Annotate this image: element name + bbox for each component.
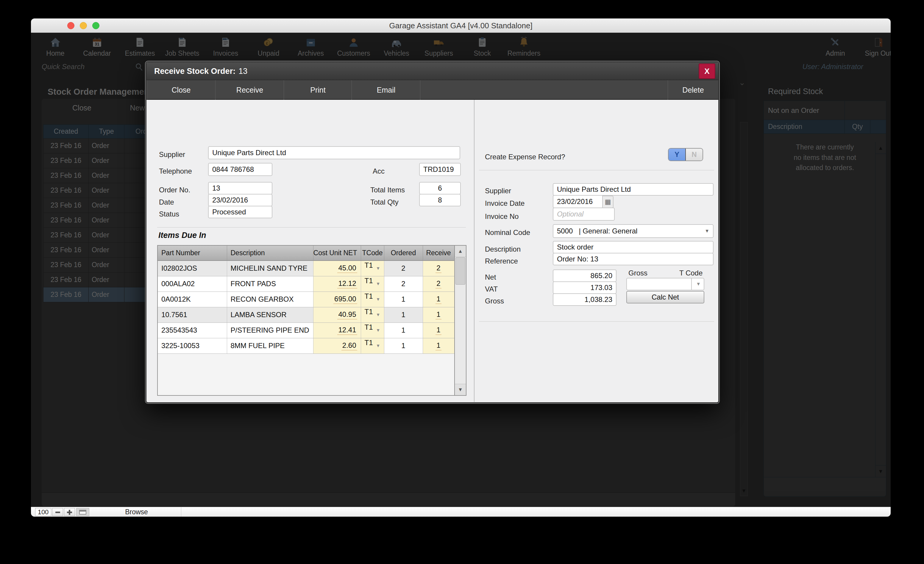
chevron-down-icon: ▼ bbox=[705, 229, 710, 234]
delete-button[interactable]: Delete bbox=[668, 80, 718, 100]
receive-field[interactable]: 2 bbox=[423, 260, 454, 276]
scroll-down-icon[interactable]: ▼ bbox=[455, 384, 466, 395]
order-no-label: Order No. bbox=[159, 186, 190, 194]
gross-field[interactable]: 1,038.23 bbox=[553, 293, 616, 306]
email-button[interactable]: Email bbox=[352, 80, 420, 100]
col-cost-unit-net[interactable]: Cost Unit NET bbox=[313, 246, 361, 260]
col-tcode[interactable]: TCode bbox=[361, 246, 384, 260]
pane-divider bbox=[474, 100, 474, 402]
layout-view-button[interactable] bbox=[76, 508, 89, 516]
window-title: Garage Assistant GA4 [v4.00 Standalone] bbox=[31, 18, 891, 33]
titlebar: Garage Assistant GA4 [v4.00 Standalone] bbox=[31, 18, 891, 33]
create-expense-label: Create Expense Record? bbox=[485, 153, 565, 161]
calendar-picker-icon[interactable]: ▦ bbox=[602, 196, 614, 208]
col-description[interactable]: Description bbox=[227, 246, 313, 260]
nominal-code-select[interactable]: 5000 | General: General ▼ bbox=[553, 224, 714, 238]
chevron-down-icon: ▼ bbox=[376, 338, 380, 353]
total-qty-label: Total Qty bbox=[370, 198, 399, 206]
create-expense-toggle[interactable]: Y N bbox=[668, 148, 703, 161]
screen: Garage Assistant GA4 [v4.00 Standalone] … bbox=[0, 0, 924, 564]
receive-field[interactable]: 2 bbox=[423, 276, 454, 292]
print-button[interactable]: Print bbox=[284, 80, 352, 100]
col-ordered[interactable]: Ordered bbox=[384, 246, 423, 260]
zoom-level-field[interactable]: 100 bbox=[35, 508, 51, 516]
receive-field[interactable]: 1 bbox=[423, 338, 454, 353]
plus-icon bbox=[67, 510, 72, 515]
close-button[interactable]: Close bbox=[147, 80, 216, 100]
col-receive[interactable]: Receive bbox=[423, 246, 454, 260]
cost-field[interactable]: 45.00 bbox=[313, 260, 361, 276]
item-row: 000ALA02 FRONT PADS 12.12 T1▼ 2 2 bbox=[158, 276, 454, 292]
order-no-field[interactable]: 13 bbox=[208, 182, 272, 194]
zoom-out-button[interactable] bbox=[52, 508, 63, 516]
tcode-select[interactable]: T1▼ bbox=[361, 260, 384, 276]
cost-field[interactable]: 40.95 bbox=[313, 307, 361, 322]
invoice-no-field[interactable]: Optional bbox=[553, 208, 615, 221]
reference-field[interactable]: Order No: 13 bbox=[553, 253, 714, 265]
acc-field[interactable]: TRD1019 bbox=[419, 163, 461, 176]
zoom-in-button[interactable] bbox=[64, 508, 75, 516]
item-row: I02802JOS MICHELIN SAND TYRE 45.00 T1▼ 2… bbox=[158, 260, 454, 276]
status-bar: 100 Browse bbox=[31, 507, 891, 517]
exp-supplier-field[interactable]: Unique Parts Direct Ltd bbox=[553, 183, 714, 196]
invoice-date-label: Invoice Date bbox=[485, 199, 525, 208]
receive-field[interactable]: 1 bbox=[423, 307, 454, 322]
toggle-yes[interactable]: Y bbox=[669, 149, 686, 161]
tcode-select[interactable]: T1▼ bbox=[361, 338, 384, 353]
telephone-field[interactable]: 0844 786768 bbox=[208, 163, 272, 176]
supplier-field[interactable]: Unique Parts Direct Ltd bbox=[208, 146, 460, 159]
chevron-down-icon: ▼ bbox=[376, 292, 380, 307]
tcode-select[interactable]: T1▼ bbox=[361, 307, 384, 322]
tcode-select[interactable]: T1▼ bbox=[361, 276, 384, 292]
scroll-up-icon[interactable]: ▲ bbox=[455, 246, 466, 257]
divider bbox=[157, 227, 466, 227]
items-scrollbar[interactable]: ▲ ▼ bbox=[454, 246, 466, 395]
layout-icon bbox=[79, 510, 86, 514]
net-field[interactable]: 865.20 bbox=[553, 269, 616, 282]
cost-field[interactable]: 12.41 bbox=[313, 322, 361, 338]
items-header-row: Part Number Description Cost Unit NET TC… bbox=[158, 246, 454, 260]
cost-field[interactable]: 695.00 bbox=[313, 292, 361, 307]
scrollbar-thumb[interactable] bbox=[456, 257, 465, 285]
tcode-select[interactable]: T1▼ bbox=[361, 322, 384, 338]
dialog-close-x-button[interactable]: X bbox=[699, 63, 716, 79]
chevron-down-icon: ▼ bbox=[376, 261, 380, 275]
nominal-code-label: Nominal Code bbox=[485, 229, 530, 237]
toggle-no[interactable]: N bbox=[686, 149, 702, 161]
calc-net-button[interactable]: Calc Net bbox=[626, 291, 704, 304]
total-qty-field: 8 bbox=[419, 194, 461, 206]
mode-selector[interactable]: Browse bbox=[92, 507, 181, 517]
item-row: 10.7561 LAMBA SENSOR 40.95 T1▼ 1 1 bbox=[158, 307, 454, 322]
vat-field[interactable]: 173.03 bbox=[553, 281, 616, 294]
receive-button[interactable]: Receive bbox=[216, 80, 284, 100]
dialog-title: Receive Stock Order:13 bbox=[154, 62, 248, 80]
status-field[interactable]: Processed bbox=[208, 206, 272, 218]
receive-field[interactable]: 1 bbox=[423, 292, 454, 307]
chevron-down-icon: ▼ bbox=[696, 281, 701, 287]
item-row: 235543543 P/STEERING PIPE END 12.41 T1▼ … bbox=[158, 322, 454, 338]
total-items-field: 6 bbox=[419, 182, 461, 194]
reference-label: Reference bbox=[485, 257, 518, 265]
divider bbox=[479, 170, 714, 170]
dialog-header: Receive Stock Order:13 X bbox=[147, 62, 718, 80]
gross-entry-field[interactable] bbox=[626, 278, 692, 290]
item-row: 0A0012K RECON GEARBOX 695.00 T1▼ 1 1 bbox=[158, 292, 454, 307]
exp-description-label: Description bbox=[485, 245, 520, 253]
exp-supplier-label: Supplier bbox=[485, 187, 511, 195]
tcode-entry-label: T Code bbox=[679, 269, 702, 277]
vat-label: VAT bbox=[485, 285, 498, 293]
cost-field[interactable]: 12.12 bbox=[313, 276, 361, 292]
cost-field[interactable]: 2.60 bbox=[313, 338, 361, 353]
total-items-label: Total Items bbox=[370, 186, 405, 194]
invoice-date-field[interactable]: 23/02/2016 bbox=[553, 195, 603, 208]
tcode-select[interactable]: T1▼ bbox=[361, 292, 384, 307]
receive-field[interactable]: 1 bbox=[423, 322, 454, 338]
col-part-number[interactable]: Part Number bbox=[158, 246, 227, 260]
chevron-down-icon: ▼ bbox=[376, 277, 380, 291]
acc-label: Acc bbox=[373, 167, 385, 175]
date-label: Date bbox=[159, 198, 174, 206]
date-field[interactable]: 23/02/2016 bbox=[208, 194, 272, 206]
tcode-entry-select[interactable]: ▼ bbox=[691, 278, 704, 290]
net-label: Net bbox=[485, 273, 496, 281]
exp-description-field[interactable]: Stock order bbox=[553, 241, 714, 253]
